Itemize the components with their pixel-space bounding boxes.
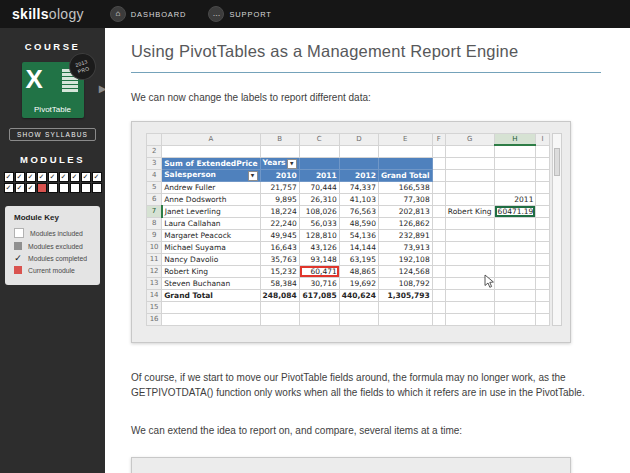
nav-support-label: SUPPORT <box>229 10 271 19</box>
module-key-label: Modules included <box>30 230 83 237</box>
module-checkbox-6[interactable]: ✓ <box>59 172 69 182</box>
cell-H7: 60471.19 <box>494 205 536 217</box>
cell-G9 <box>445 229 494 241</box>
page: skillsology ⌂ DASHBOARD … SUPPORT COURSE… <box>0 0 630 473</box>
nav-support[interactable]: … SUPPORT <box>208 6 271 22</box>
cell-F14 <box>432 289 445 301</box>
cell-F5 <box>432 181 445 193</box>
col-header-A: A <box>162 133 260 145</box>
cell-C15 <box>299 301 339 313</box>
cell-D2 <box>339 145 378 157</box>
module-checkbox-5[interactable]: ✓ <box>48 172 58 182</box>
cell-I10 <box>536 241 549 253</box>
skillsology-logo[interactable]: skillsology <box>12 6 84 22</box>
module-checkbox-14[interactable] <box>48 183 58 193</box>
cell-C12: 60,471 <box>299 265 339 277</box>
filter-dropdown-icon: ▼ <box>248 171 258 181</box>
module-key-item: Modules included <box>14 228 91 238</box>
cell-D11: 63,195 <box>339 253 378 265</box>
dashboard-icon: ⌂ <box>110 6 126 22</box>
col-header-D: D <box>339 133 378 145</box>
cell-A10: Michael Suyama <box>162 241 260 253</box>
module-checkbox-12[interactable]: ✓ <box>26 183 36 193</box>
cell-D16 <box>339 313 378 325</box>
cell-E9: 232,891 <box>378 229 432 241</box>
module-checkbox-7[interactable]: ✓ <box>70 172 80 182</box>
cell-C3 <box>299 157 339 169</box>
course-title: PivotTable <box>22 105 84 118</box>
row-header-5: 5 <box>147 181 162 193</box>
row-header-3: 3 <box>147 157 162 169</box>
cell-I16 <box>536 313 549 325</box>
module-checkbox-16[interactable] <box>70 183 80 193</box>
cell-E4: Grand Total <box>378 169 432 181</box>
cell-A6: Anne Dodsworth <box>162 193 260 205</box>
cell-H16 <box>494 313 536 325</box>
cell-H14 <box>494 289 536 301</box>
module-key-items: Modules includedModules excluded✓Modules… <box>14 228 91 274</box>
cell-B12: 15,232 <box>260 265 299 277</box>
course-tile[interactable]: X PivotTable 2013 PRO ▶ <box>22 62 84 118</box>
cell-E13: 108,792 <box>378 277 432 289</box>
module-checkbox-17[interactable] <box>81 183 91 193</box>
cell-E11: 192,108 <box>378 253 432 265</box>
support-icon: … <box>208 6 224 22</box>
cell-A4: Salesperson▼ <box>162 169 260 181</box>
module-checkbox-10[interactable]: ✓ <box>4 183 14 193</box>
module-checkbox-11[interactable]: ✓ <box>15 183 25 193</box>
cell-H4 <box>494 169 536 181</box>
module-checkbox-4[interactable]: ✓ <box>37 172 47 182</box>
module-checkbox-13[interactable] <box>37 183 47 193</box>
cell-I2 <box>536 145 549 157</box>
module-checkbox-3[interactable]: ✓ <box>26 172 36 182</box>
cell-F7 <box>432 205 445 217</box>
module-checkbox-2[interactable]: ✓ <box>15 172 25 182</box>
cell-E7: 202,813 <box>378 205 432 217</box>
cell-H15 <box>494 301 536 313</box>
module-checkbox-1[interactable]: ✓ <box>4 172 14 182</box>
module-key-panel: Module Key Modules includedModules exclu… <box>5 206 100 285</box>
cell-C16 <box>299 313 339 325</box>
cell-B5: 21,757 <box>260 181 299 193</box>
col-header-B: B <box>260 133 299 145</box>
cell-B6: 9,895 <box>260 193 299 205</box>
cell-I12 <box>536 265 549 277</box>
cell-F4 <box>432 169 445 181</box>
show-syllabus-button[interactable]: SHOW SYLLABUS <box>9 128 96 141</box>
cell-E2 <box>378 145 432 157</box>
module-grid: ✓✓✓✓✓✓✓✓✓✓✓✓ <box>4 172 102 193</box>
row-header-2: 2 <box>147 145 162 157</box>
cell-E8: 126,862 <box>378 217 432 229</box>
cell-B7: 18,224 <box>260 205 299 217</box>
cell-A3: Sum of ExtendedPrice <box>162 157 260 169</box>
cell-F16 <box>432 313 445 325</box>
included-swatch-icon <box>14 228 24 238</box>
cell-I13 <box>536 277 549 289</box>
cell-E3 <box>378 157 432 169</box>
col-header-I: I <box>536 133 549 145</box>
course-heading: COURSE <box>0 41 105 52</box>
cell-A2 <box>162 145 260 157</box>
cell-I8 <box>536 217 549 229</box>
col-header-G: G <box>445 133 494 145</box>
cell-H3 <box>494 157 536 169</box>
module-checkbox-9[interactable]: ✓ <box>92 172 102 182</box>
row-header-12: 12 <box>147 265 162 277</box>
lesson-screenshot-2 <box>131 457 571 473</box>
cell-B14: 248,084 <box>260 289 299 301</box>
cell-F15 <box>432 301 445 313</box>
cell-F13 <box>432 277 445 289</box>
cell-G10 <box>445 241 494 253</box>
lesson-paragraph-2: Of course, if we start to move our Pivot… <box>131 370 601 401</box>
module-checkbox-8[interactable]: ✓ <box>81 172 91 182</box>
cell-C4: 2011 <box>299 169 339 181</box>
cell-A16 <box>162 313 260 325</box>
module-checkbox-15[interactable] <box>59 183 69 193</box>
cell-D15 <box>339 301 378 313</box>
cell-D9: 54,136 <box>339 229 378 241</box>
cell-I5 <box>536 181 549 193</box>
nav-dashboard[interactable]: ⌂ DASHBOARD <box>110 6 187 22</box>
module-checkbox-18[interactable] <box>92 183 102 193</box>
nav-dashboard-label: DASHBOARD <box>131 10 187 19</box>
row-header-7: 7 <box>147 205 162 217</box>
